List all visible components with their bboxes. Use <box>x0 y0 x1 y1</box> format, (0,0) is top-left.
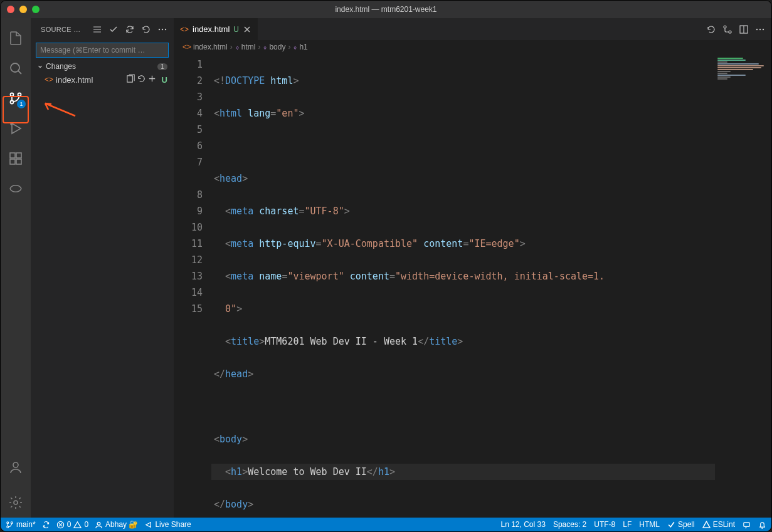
titlebar: index.html — mtm6201-week1 <box>1 1 771 18</box>
line-numbers: 1234567 89101112131415 <box>174 54 211 518</box>
encoding-item[interactable]: UTF-8 <box>594 520 615 529</box>
branch-item[interactable]: main* <box>6 520 36 529</box>
compare-action-icon[interactable] <box>722 24 732 34</box>
svg-point-11 <box>159 28 160 29</box>
svg-point-19 <box>759 28 761 29</box>
traffic-lights <box>7 6 40 13</box>
scm-badge: 1 <box>17 100 26 108</box>
svg-point-12 <box>162 28 163 29</box>
more-actions-icon[interactable] <box>755 24 765 34</box>
svg-rect-14 <box>127 76 132 82</box>
undo-icon[interactable] <box>140 23 152 36</box>
svg-rect-7 <box>10 159 15 164</box>
svg-point-18 <box>756 28 758 29</box>
code-editor[interactable]: 1234567 89101112131415 <!DOCTYPE html> <… <box>174 54 771 518</box>
symbol-icon: ⬨ <box>235 43 240 51</box>
close-window-button[interactable] <box>7 6 14 13</box>
tab-bar: <> index.html U <box>174 18 771 40</box>
search-icon[interactable] <box>1 53 31 83</box>
breadcrumb-body[interactable]: ⬨body <box>263 43 285 51</box>
live-share-item[interactable]: Live Share <box>144 520 191 529</box>
svg-point-0 <box>11 63 19 72</box>
eol-item[interactable]: LF <box>623 520 632 529</box>
spaces-item[interactable]: Spaces: 2 <box>553 520 586 529</box>
chevron-right-icon: › <box>256 43 262 51</box>
breadcrumb-html[interactable]: ⬨html <box>235 43 256 51</box>
svg-point-25 <box>97 522 100 525</box>
cursor-position[interactable]: Ln 12, Col 33 <box>501 520 546 529</box>
debug-icon[interactable] <box>1 113 31 143</box>
explorer-icon[interactable] <box>1 23 31 53</box>
changes-section[interactable]: Changes 1 <box>31 60 174 73</box>
feedback-icon[interactable] <box>743 521 751 529</box>
changes-label: Changes <box>46 62 76 71</box>
commit-input[interactable] <box>36 43 169 58</box>
language-item[interactable]: HTML <box>639 520 660 529</box>
svg-rect-26 <box>744 522 749 526</box>
svg-point-23 <box>11 521 13 523</box>
html-file-icon: <> <box>182 43 191 51</box>
open-file-icon[interactable] <box>126 74 135 85</box>
sidebar-header: SOURCE … <box>31 18 174 40</box>
breadcrumb-file[interactable]: <>index.html <box>182 43 228 51</box>
chevron-right-icon: › <box>229 43 234 51</box>
tab-status: U <box>233 25 239 34</box>
remote-icon[interactable] <box>1 174 31 204</box>
file-status: U <box>159 75 170 85</box>
commit-message-box <box>36 43 169 58</box>
svg-point-22 <box>7 526 9 528</box>
sidebar-title: SOURCE … <box>41 26 87 33</box>
discard-icon[interactable] <box>137 74 146 85</box>
status-bar: main* 0 0 Abhay 🔐 Live Share Ln 12, Col … <box>1 518 771 531</box>
svg-point-1 <box>11 93 14 96</box>
minimap[interactable] <box>715 54 771 518</box>
more-icon[interactable] <box>156 23 169 36</box>
refresh-icon[interactable] <box>124 23 136 36</box>
spell-item[interactable]: Spell <box>667 520 695 529</box>
extensions-icon[interactable] <box>1 143 31 174</box>
chevron-right-icon: › <box>287 43 292 51</box>
undo-action-icon[interactable] <box>706 24 716 34</box>
changed-file-row[interactable]: <> index.html U <box>31 73 174 86</box>
maximize-window-button[interactable] <box>32 6 40 13</box>
svg-point-10 <box>14 501 18 504</box>
view-as-tree-icon[interactable] <box>91 23 103 36</box>
svg-point-16 <box>729 31 731 33</box>
minimize-window-button[interactable] <box>19 6 27 13</box>
svg-point-20 <box>763 28 764 29</box>
symbol-icon: ⬨ <box>293 43 297 51</box>
sync-item[interactable] <box>42 521 50 529</box>
svg-point-9 <box>13 462 18 467</box>
window-title: index.html — mtm6201-week1 <box>335 5 436 14</box>
settings-icon[interactable] <box>1 488 31 518</box>
svg-point-13 <box>165 28 166 29</box>
accounts-icon[interactable] <box>1 452 31 482</box>
sidebar: SOURCE … Changes 1 <> index.html <box>31 18 174 518</box>
html-file-icon: <> <box>180 25 189 34</box>
breadcrumb-h1[interactable]: ⬨h1 <box>293 43 307 51</box>
svg-point-4 <box>11 123 12 125</box>
source-control-icon[interactable]: 1 <box>1 83 31 113</box>
stage-icon[interactable] <box>147 74 157 85</box>
editor-tab[interactable]: <> index.html U <box>174 18 258 40</box>
file-name: index.html <box>56 75 124 85</box>
user-item[interactable]: Abhay 🔐 <box>95 520 138 529</box>
tab-label: index.html <box>193 24 230 34</box>
vscode-window: index.html — mtm6201-week1 1 <box>0 0 772 532</box>
editor-actions <box>700 18 771 40</box>
problems-item[interactable]: 0 0 <box>56 520 88 529</box>
close-tab-icon[interactable] <box>243 25 251 34</box>
eslint-item[interactable]: ESLint <box>702 520 735 529</box>
activity-bar: 1 <box>1 18 31 518</box>
svg-point-15 <box>724 26 726 28</box>
code-content[interactable]: <!DOCTYPE html> <html lang="en"> <head> … <box>211 54 715 518</box>
editor-area: <> index.html U <>index.html › ⬨html › ⬨… <box>174 18 771 518</box>
bell-icon[interactable] <box>758 521 766 529</box>
changes-count: 1 <box>157 63 167 70</box>
svg-point-21 <box>7 521 9 523</box>
symbol-icon: ⬨ <box>263 43 267 51</box>
split-editor-icon[interactable] <box>739 24 749 34</box>
svg-rect-8 <box>16 159 21 164</box>
commit-check-icon[interactable] <box>107 23 120 36</box>
svg-rect-5 <box>10 153 15 158</box>
